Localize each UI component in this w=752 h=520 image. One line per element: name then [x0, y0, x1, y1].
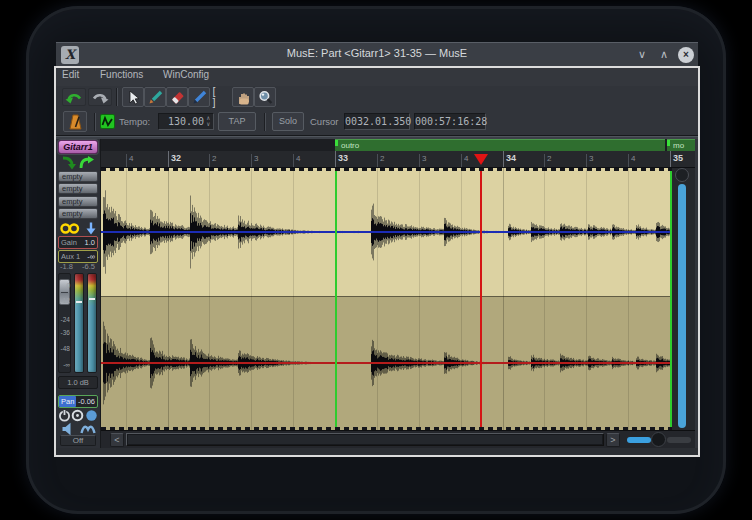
pointer-icon [126, 90, 140, 105]
input-route-arrow-icon[interactable] [84, 221, 98, 235]
peak-left-value: -1.8 [60, 262, 73, 271]
next-part-arrow-icon[interactable] [79, 156, 95, 170]
beat-tick [377, 154, 378, 168]
cursor-position-display: 0032.01.350 [344, 113, 410, 130]
menu-winconfig[interactable]: WinConfig [163, 69, 209, 80]
monitor-dot-icon[interactable] [85, 409, 98, 422]
marker-flag-icon [335, 140, 338, 146]
speaker-icon[interactable] [61, 422, 75, 436]
draw-tool-button[interactable] [188, 87, 210, 107]
tick-label: 2 [547, 154, 551, 163]
marker-strip[interactable]: outromo [101, 139, 695, 151]
pan-tool-button[interactable] [232, 87, 254, 107]
marker-region-outro[interactable]: outro [335, 139, 665, 151]
db-scale-label: 0 [57, 282, 70, 289]
spinbox-arrows-icon[interactable]: ∧∨ [206, 115, 210, 127]
eraser-tool-button[interactable] [166, 87, 188, 107]
toolbar-separator [264, 113, 266, 131]
track-name-label[interactable]: Gitarr1 [58, 140, 98, 154]
menu-functions[interactable]: Functions [100, 69, 143, 80]
peak-hold-left [76, 301, 82, 303]
title-bar[interactable]: X MusE: Part <Gitarr1> 31-35 — MusE ∨ ∧ … [56, 42, 698, 66]
beat-tick [628, 154, 629, 168]
record-icon[interactable] [71, 409, 84, 422]
pan-value: -0.06 [78, 396, 95, 407]
pan-label: Pan [59, 396, 76, 407]
eraser-icon [170, 90, 185, 105]
marker-label: mo [673, 141, 684, 150]
zoom-tool-button[interactable] [254, 87, 276, 107]
prev-part-arrow-icon[interactable] [61, 156, 77, 170]
cursor-label: Cursor [310, 116, 339, 127]
part-slot-4[interactable]: empty [58, 208, 98, 219]
automation-off-button[interactable]: Off [60, 435, 96, 446]
horizontal-scrollbar[interactable] [126, 433, 604, 446]
level-meter-zone: 0-12-24-36-48-∞ [56, 273, 101, 373]
tempo-curve-icon [101, 115, 114, 128]
tick-label: 33 [338, 153, 348, 163]
gain-control[interactable]: Gain 1.0 [58, 236, 98, 249]
marker-region-mo[interactable]: mo [667, 139, 695, 151]
bar-tick [670, 151, 671, 168]
beat-tick [586, 154, 587, 168]
track-info-panel: Gitarr1 emptyemptyemptyempty Gain [56, 139, 101, 448]
peak-hold-right [89, 298, 95, 300]
window-title: MusE: Part <Gitarr1> 31-35 — MusE [56, 47, 698, 59]
zoom-slider-fill [627, 437, 651, 443]
tick-label: 2 [380, 154, 384, 163]
envelope-icon[interactable] [80, 422, 96, 435]
tempo-spinbox[interactable]: 130.00 ∧∨ [158, 113, 214, 130]
magnifier-icon [258, 90, 273, 105]
tick-label: 4 [296, 154, 300, 163]
range-tool-button[interactable]: [ ] [210, 87, 232, 107]
scrollbar-thumb[interactable] [128, 435, 602, 444]
vertical-zoom-knob[interactable] [675, 168, 689, 182]
transport-toolbar: Tempo: 130.00 ∧∨ TAP Solo Cursor 0032.01… [56, 108, 698, 136]
beat-tick [419, 154, 420, 168]
peak-right-value: -6.5 [82, 262, 95, 271]
pointer-tool-button[interactable] [122, 87, 144, 107]
part-slot-2[interactable]: empty [58, 183, 98, 194]
zoom-slider-knob[interactable] [651, 432, 666, 447]
redo-button[interactable] [88, 88, 112, 106]
tick-label: 34 [506, 153, 516, 163]
close-button[interactable]: × [678, 47, 694, 63]
waveform-canvas[interactable] [101, 168, 672, 430]
playhead-marker[interactable] [474, 154, 488, 165]
right-gutter [672, 168, 695, 430]
scroll-right-button[interactable]: > [606, 433, 620, 447]
undo-button[interactable] [62, 88, 86, 106]
menu-bar: EditFunctionsWinConfig [56, 66, 698, 86]
part-slot-3[interactable]: empty [58, 196, 98, 207]
redo-icon [91, 91, 109, 104]
marker-flag-icon [667, 140, 670, 146]
scroll-left-button[interactable]: < [110, 433, 124, 447]
zoom-slider-track[interactable] [667, 437, 691, 443]
vertical-scroll-bar[interactable] [678, 184, 686, 428]
fader-db-readout[interactable]: 1.0 dB [58, 376, 98, 389]
pan-control[interactable]: Pan -0.06 [58, 395, 98, 408]
db-scale-label: -36 [57, 329, 70, 336]
range-tool-icon: [ ] [211, 86, 231, 108]
metronome-button[interactable] [63, 111, 87, 132]
tick-label: 3 [254, 154, 258, 163]
enable-master-button[interactable] [100, 114, 115, 129]
maximize-button[interactable]: ∧ [656, 48, 672, 61]
part-slot-1[interactable]: empty [58, 171, 98, 182]
pencil-tool-button[interactable] [144, 87, 166, 107]
tempo-value: 130.00 [168, 116, 204, 127]
window-bottom-edge [56, 448, 698, 455]
minimize-button[interactable]: ∨ [634, 48, 650, 61]
track-buttons-row1 [58, 409, 98, 422]
stereo-toggle-icon[interactable] [60, 222, 80, 235]
tempo-label: Tempo: [119, 116, 150, 127]
meter-right [87, 273, 97, 373]
tick-label: 3 [589, 154, 593, 163]
power-icon[interactable] [58, 409, 71, 422]
metronome-icon [68, 114, 83, 130]
solo-button[interactable]: Solo [272, 112, 304, 131]
timeline-ruler[interactable]: 432234332343423435 [101, 151, 695, 168]
pencil-icon [148, 90, 163, 105]
menu-edit[interactable]: Edit [62, 69, 79, 80]
tap-button[interactable]: TAP [218, 112, 256, 131]
